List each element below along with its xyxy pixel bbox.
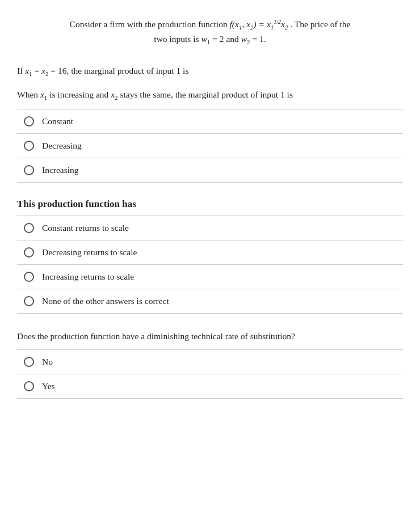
q3-option-increasing[interactable]: Increasing returns to scale xyxy=(17,265,403,289)
q2-option-increasing[interactable]: Increasing xyxy=(17,158,403,183)
q2-label-increasing: Increasing xyxy=(42,165,79,175)
section-heading: This production function has xyxy=(17,199,403,210)
question1-block: If x1 = x2 = 16, the marginal product of… xyxy=(17,64,403,78)
q3-option-constant[interactable]: Constant returns to scale xyxy=(17,216,403,240)
q3-label-increasing: Increasing returns to scale xyxy=(42,272,134,282)
radio-circle-q3-constant xyxy=(24,223,34,233)
q2-option-decreasing[interactable]: Decreasing xyxy=(17,134,403,158)
question4-text: Does the production function have a dimi… xyxy=(17,330,403,344)
question2-block: When x1 is increasing and x2 stays the s… xyxy=(17,88,403,102)
radio-circle-q4-yes xyxy=(24,381,34,391)
question4-block: Does the production function have a dimi… xyxy=(17,330,403,344)
q3-label-constant: Constant returns to scale xyxy=(42,223,129,233)
q3-option-decreasing[interactable]: Decreasing returns to scale xyxy=(17,240,403,265)
q2-label-decreasing: Decreasing xyxy=(42,141,82,151)
q2-options: Constant Decreasing Increasing xyxy=(17,109,403,183)
radio-circle-q3-none xyxy=(24,296,34,306)
radio-circle-q3-decreasing xyxy=(24,247,34,258)
question2-text: When x1 is increasing and x2 stays the s… xyxy=(17,88,403,102)
q3-label-none: None of the other answers is correct xyxy=(42,296,169,306)
function-expression: f(x1, x2) = x11/2x2 xyxy=(230,19,291,29)
q4-option-yes[interactable]: Yes xyxy=(17,374,403,399)
intro-block: Consider a firm with the production func… xyxy=(17,17,403,47)
radio-circle-q4-no xyxy=(24,357,34,367)
q4-label-yes: Yes xyxy=(42,381,55,391)
q2-option-constant[interactable]: Constant xyxy=(17,109,403,134)
q2-label-constant: Constant xyxy=(42,116,73,126)
q3-options: Constant returns to scale Decreasing ret… xyxy=(17,216,403,314)
radio-circle-constant xyxy=(24,116,34,126)
q3-label-decreasing: Decreasing returns to scale xyxy=(42,247,137,258)
question1-text: If x1 = x2 = 16, the marginal product of… xyxy=(17,64,403,78)
radio-circle-decreasing xyxy=(24,141,34,151)
intro-line2: two inputs is w1 = 2 and w2 = 1. xyxy=(17,32,403,47)
radio-circle-increasing xyxy=(24,165,34,175)
q4-option-no[interactable]: No xyxy=(17,349,403,374)
q3-option-none[interactable]: None of the other answers is correct xyxy=(17,289,403,314)
q4-label-no: No xyxy=(42,357,53,367)
q4-options: No Yes xyxy=(17,349,403,399)
radio-circle-q3-increasing xyxy=(24,272,34,282)
